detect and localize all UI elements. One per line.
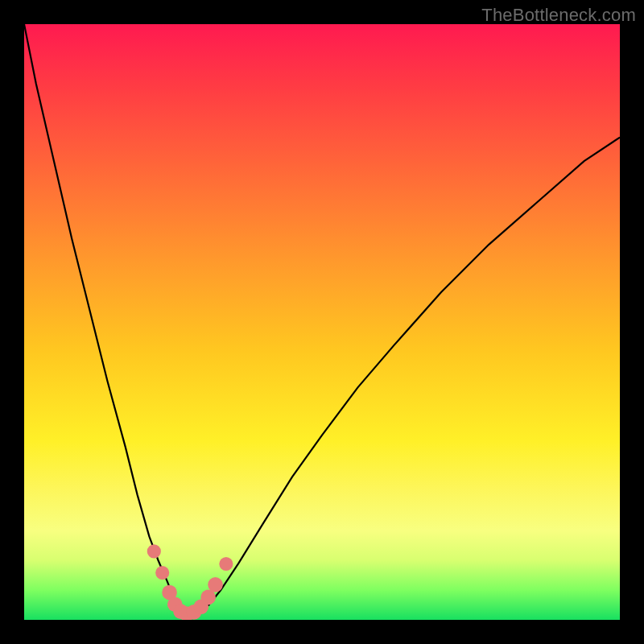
curve-marker [208, 577, 223, 592]
bottleneck-curve [24, 24, 620, 614]
watermark: TheBottleneck.com [481, 5, 636, 26]
curve-marker [147, 544, 161, 558]
chart-area [24, 24, 620, 620]
curve-marker [155, 566, 169, 580]
curve-markers [147, 544, 233, 620]
curve-marker [219, 557, 233, 571]
bottleneck-chart [24, 24, 620, 620]
